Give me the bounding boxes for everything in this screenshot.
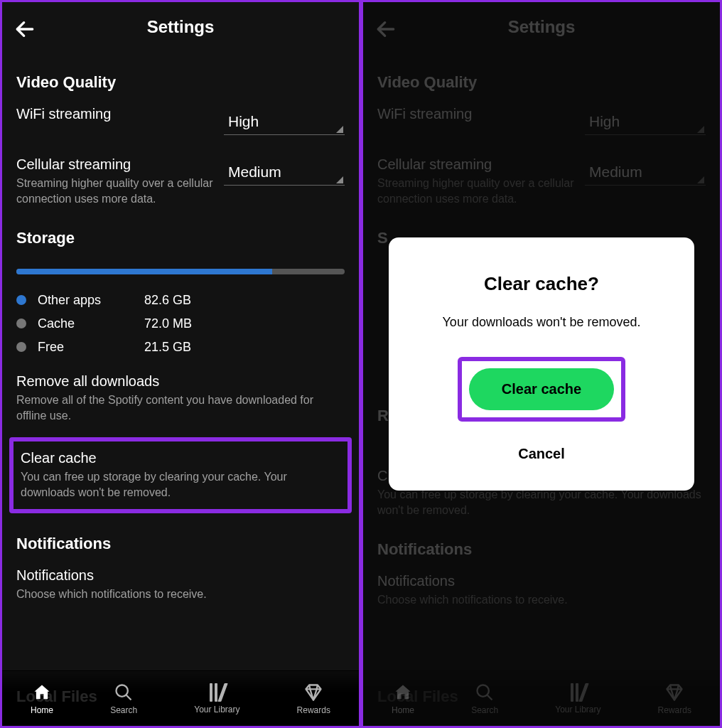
cellular-dropdown[interactable]: Medium	[224, 156, 345, 186]
cancel-button[interactable]: Cancel	[410, 439, 673, 469]
dialog-title: Clear cache?	[410, 273, 673, 295]
section-video-quality: Video Quality	[16, 73, 345, 92]
library-icon	[210, 683, 225, 702]
storage-bar	[16, 269, 345, 274]
local-files-peek: Local Files	[16, 687, 97, 706]
remove-downloads-button[interactable]: Remove all downloads Remove all of the S…	[16, 373, 345, 424]
diamond-icon	[303, 682, 323, 702]
header: Settings	[2, 2, 359, 52]
wifi-label: WiFi streaming	[16, 106, 215, 122]
dot-other-icon	[16, 295, 26, 305]
svg-point-1	[117, 685, 128, 696]
clear-cache-confirm-button[interactable]: Clear cache	[469, 368, 614, 410]
row-wifi: WiFi streaming High	[16, 106, 345, 135]
row-cellular: Cellular streaming Streaming higher qual…	[16, 156, 345, 208]
wifi-dropdown[interactable]: High	[224, 106, 345, 135]
section-storage: Storage	[16, 229, 345, 247]
nav-search[interactable]: Search	[110, 682, 137, 715]
page-title: Settings	[147, 17, 215, 37]
dot-cache-icon	[16, 318, 26, 328]
content: Video Quality WiFi streaming High Cellul…	[2, 52, 359, 670]
clear-cache-dialog: Clear cache? Your downloads won't be rem…	[389, 237, 694, 491]
cellular-label: Cellular streaming	[16, 156, 215, 173]
modal-overlay[interactable]: Clear cache? Your downloads won't be rem…	[363, 2, 720, 726]
cellular-desc: Streaming higher quality over a cellular…	[16, 176, 215, 208]
confirm-highlight: Clear cache	[458, 357, 625, 422]
clear-cache-highlight: Clear cache You can free up storage by c…	[9, 437, 352, 514]
section-notifications: Notifications	[16, 535, 345, 553]
nav-rewards[interactable]: Rewards	[297, 682, 330, 715]
svg-line-2	[126, 695, 131, 700]
notifications-button[interactable]: Notifications Choose which notifications…	[16, 567, 345, 602]
search-icon	[114, 682, 134, 702]
phone-left: Settings Video Quality WiFi streaming Hi…	[0, 0, 361, 728]
storage-legend: Other apps82.6 GB Cache72.0 MB Free21.5 …	[16, 289, 345, 359]
nav-library[interactable]: Your Library	[194, 683, 239, 714]
clear-cache-button[interactable]: Clear cache You can free up storage by c…	[21, 450, 340, 501]
back-button[interactable]	[14, 18, 36, 41]
phone-right: Settings Video Quality WiFi streaming Hi…	[361, 0, 722, 728]
dialog-body: Your downloads won't be removed.	[410, 315, 673, 330]
dot-free-icon	[16, 342, 26, 352]
